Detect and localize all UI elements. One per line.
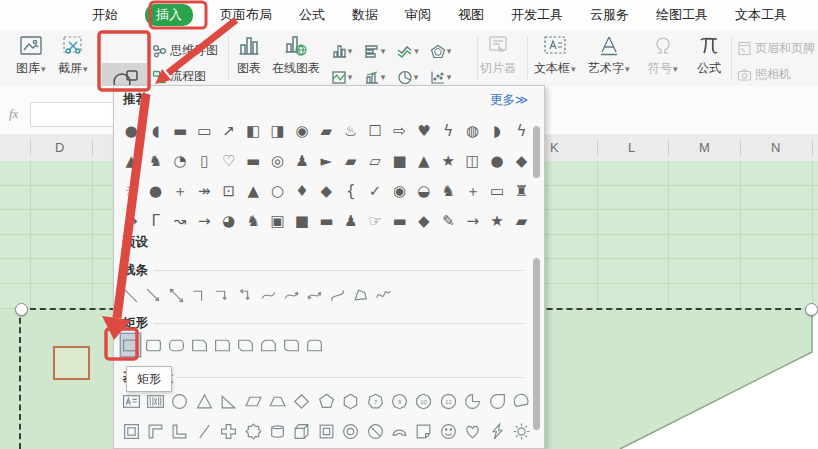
recommended-shape-cell[interactable]: ▭ (485, 177, 509, 205)
menu-tab-开发工具[interactable]: 开发工具 (511, 6, 563, 24)
recommended-shape-cell[interactable]: ▲ (412, 147, 436, 175)
recommended-shape-cell[interactable]: ϟ (509, 117, 533, 145)
shape-cell-cube[interactable] (290, 418, 314, 444)
recommended-shape-cell[interactable]: ◫ (460, 147, 484, 175)
column-header-k[interactable]: K (550, 140, 559, 155)
shape-cell-roundrect2[interactable] (165, 332, 188, 358)
recommended-shape-cell[interactable]: ● (485, 147, 509, 175)
recommended-shape-cell[interactable]: ▬ (241, 147, 265, 175)
shape-cell-nosymbol[interactable] (363, 418, 387, 444)
online-chart-button[interactable]: 在线图表 (272, 34, 320, 77)
recommended-shape-cell[interactable]: ⇨ (387, 117, 411, 145)
insert-area-chart-button[interactable]: ▾ (396, 38, 419, 64)
column-header-l[interactable]: L (628, 140, 635, 155)
recommended-shape-cell[interactable]: ▱ (363, 147, 387, 175)
recommended-shape-cell[interactable]: ● (119, 117, 143, 145)
menu-tab-页面布局[interactable]: 页面布局 (220, 6, 272, 24)
recommended-shape-cell[interactable]: ▲ (119, 147, 143, 175)
insert-radar-chart-button[interactable]: ▾ (429, 38, 452, 64)
menu-tab-绘图工具[interactable]: 绘图工具 (656, 6, 708, 24)
formula-button[interactable]: 公式 (697, 34, 721, 77)
shape-cell-round1[interactable] (211, 332, 234, 358)
shape-cell-curvearrow[interactable] (280, 282, 303, 308)
recommended-shape-cell[interactable]: ☼ (119, 177, 143, 205)
recommended-shape-cell[interactable]: ◔ (168, 147, 192, 175)
shape-cell-hexagon[interactable] (339, 388, 363, 414)
shape-cell-dodecagon[interactable]: 12 (436, 388, 460, 414)
recommended-shape-cell[interactable]: → (119, 207, 143, 235)
shape-cell-pentagon[interactable] (314, 388, 338, 414)
shape-cell-lshape[interactable] (168, 418, 192, 444)
recommended-shape-cell[interactable]: ♥ (412, 117, 436, 145)
column-header-d[interactable]: D (55, 140, 64, 155)
recommended-shape-cell[interactable]: ◗ (485, 117, 509, 145)
selection-handle-topleft[interactable] (15, 303, 28, 316)
recommended-shape-cell[interactable]: ◉ (387, 177, 411, 205)
recommended-shape-cell[interactable]: ☐ (363, 117, 387, 145)
shape-cell-parallelogram[interactable] (241, 388, 265, 414)
dropdown-scrollbar-thumb[interactable] (533, 258, 540, 430)
shape-cell-donut[interactable] (339, 418, 363, 444)
recommended-shape-cell[interactable]: ◧ (241, 117, 265, 145)
shape-cell-decagon[interactable]: 10 (412, 388, 436, 414)
recommended-shape-cell[interactable]: ■ (290, 207, 314, 235)
recommended-shape-cell[interactable]: ▬ (168, 117, 192, 145)
mindmap-button[interactable]: 思维导图 (152, 42, 218, 59)
drawn-rectangle-shape[interactable] (53, 346, 90, 380)
shape-cell-snip1[interactable] (188, 332, 211, 358)
shape-cell-pie[interactable] (460, 388, 484, 414)
menu-tab-公式[interactable]: 公式 (299, 6, 325, 24)
recommended-scrollbar-thumb[interactable] (533, 126, 540, 178)
textbox-button[interactable]: 文本框▾ (534, 34, 576, 77)
recommended-shape-cell[interactable]: ☞ (363, 207, 387, 235)
flowchart-button[interactable]: 流程图 (152, 68, 206, 85)
shape-cell-rect[interactable] (119, 332, 142, 358)
recommended-shape-cell[interactable]: ▰ (339, 147, 363, 175)
shape-cell-roundsame[interactable] (303, 332, 326, 358)
shape-cell-rtriangle[interactable] (217, 388, 241, 414)
recommended-shape-cell[interactable]: ♟ (290, 147, 314, 175)
recommended-shape-cell[interactable]: ◨ (265, 117, 289, 145)
menu-tab-插入[interactable]: 插入 (145, 4, 193, 26)
shape-cell-trapezoid[interactable] (265, 388, 289, 414)
shape-cell-line[interactable] (119, 282, 142, 308)
shape-cell-cylinder[interactable] (265, 418, 289, 444)
recommended-shape-cell[interactable]: ■ (387, 147, 411, 175)
menu-tab-视图[interactable]: 视图 (458, 6, 484, 24)
recommended-shape-cell[interactable]: ▲ (241, 177, 265, 205)
shape-cell-teardrop[interactable] (485, 388, 509, 414)
shape-cell-corner[interactable] (143, 418, 167, 444)
shape-cell-seal[interactable] (241, 418, 265, 444)
screenshot-button[interactable]: 截屏▾ (58, 34, 88, 77)
recommended-shape-cell[interactable]: → (460, 207, 484, 235)
menu-tab-审阅[interactable]: 审阅 (405, 6, 431, 24)
shape-cell-sun[interactable] (509, 418, 533, 444)
shape-cell-elbow[interactable] (188, 282, 211, 308)
recommended-shape-cell[interactable]: ★ (485, 207, 509, 235)
recommended-shape-cell[interactable]: ◖ (143, 117, 167, 145)
shape-cell-smiley[interactable] (436, 418, 460, 444)
shape-cell-curve[interactable] (257, 282, 280, 308)
menu-tab-云服务[interactable]: 云服务 (590, 6, 629, 24)
recommended-shape-cell[interactable]: ▰ (509, 207, 533, 235)
gallery-button[interactable]: 图库▾ (16, 34, 46, 77)
recommended-shape-cell[interactable]: ♡ (217, 147, 241, 175)
shape-cell-diamond[interactable] (290, 388, 314, 414)
recommended-shape-cell[interactable]: ▬ (314, 207, 338, 235)
recommended-shape-cell[interactable]: ♟ (339, 207, 363, 235)
recommended-shape-cell[interactable]: ϟ (436, 117, 460, 145)
more-shapes-link[interactable]: 更多≫ (490, 92, 528, 109)
recommended-shape-cell[interactable]: ◆ (509, 147, 533, 175)
shape-cell-scribble[interactable] (372, 282, 395, 308)
recommended-shape-cell[interactable]: ▯ (192, 147, 216, 175)
recommended-shape-cell[interactable]: → (192, 207, 216, 235)
recommended-shape-cell[interactable]: ♞ (143, 147, 167, 175)
shape-cell-foldedcorner[interactable] (412, 418, 436, 444)
shape-cell-curvedbl[interactable] (303, 282, 326, 308)
shape-cell-snipsame[interactable] (257, 332, 280, 358)
recommended-shape-cell[interactable]: ✓ (363, 177, 387, 205)
shape-cell-frame[interactable] (119, 418, 143, 444)
shape-cell-dblarrow[interactable] (165, 282, 188, 308)
recommended-shape-cell[interactable]: Γ (143, 207, 167, 235)
recommended-shape-cell[interactable]: ● (143, 177, 167, 205)
